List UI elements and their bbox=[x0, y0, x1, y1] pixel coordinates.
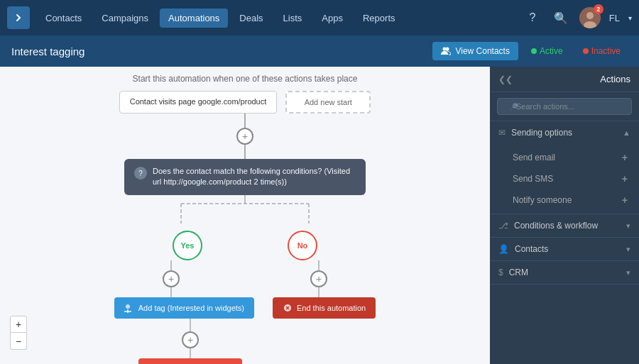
conditions-toggle-icon: ▾ bbox=[626, 221, 630, 231]
start-box-add[interactable]: Add new start bbox=[285, 91, 371, 114]
crm-icon: $ bbox=[498, 268, 503, 277]
send-sms-add-icon: + bbox=[622, 173, 628, 184]
notify-add-icon: + bbox=[622, 194, 628, 206]
inactive-dot bbox=[583, 48, 589, 54]
condition-question-icon: ? bbox=[134, 167, 147, 180]
add-tag-label: Add tag (Interested in widgets) bbox=[138, 304, 244, 312]
svg-rect-15 bbox=[124, 311, 131, 312]
send-sms-label: Send SMS bbox=[513, 174, 553, 184]
nav-deals[interactable]: Deals bbox=[231, 9, 271, 28]
sidebar-item-send-email[interactable]: Send email + bbox=[490, 147, 639, 168]
canvas-area[interactable]: Start this automation when one of these … bbox=[0, 67, 490, 364]
sidebar-section-contacts-label: Contacts bbox=[515, 244, 548, 254]
notification-badge: 2 bbox=[594, 4, 604, 14]
sidebar-section-conditions-header[interactable]: ⎇ Conditions & workflow ▾ bbox=[490, 214, 639, 237]
sub-header: Interest tagging View Contacts Active In… bbox=[0, 35, 639, 67]
nav-reports[interactable]: Reports bbox=[354, 9, 404, 28]
add-tag-button[interactable]: Add tag (Interested in widgets) bbox=[114, 297, 254, 319]
yes-branch[interactable]: Yes bbox=[173, 231, 202, 260]
end-automation2-button[interactable]: End this automation bbox=[138, 358, 241, 364]
start-boxes: Contact visits page google.com/product A… bbox=[119, 91, 371, 114]
page-title: Interest tagging bbox=[11, 45, 84, 57]
main-layout: Start this automation when one of these … bbox=[0, 67, 639, 364]
zoom-out-btn[interactable]: − bbox=[10, 333, 27, 350]
zoom-in-btn[interactable]: + bbox=[10, 316, 27, 333]
start-box-visit[interactable]: Contact visits page google.com/product bbox=[119, 91, 278, 114]
view-contacts-label: View Contacts bbox=[455, 46, 509, 56]
sidebar-header: ❮❮ Actions bbox=[490, 67, 639, 92]
branch-connectors: + + bbox=[129, 260, 361, 297]
nav-lists[interactable]: Lists bbox=[275, 9, 311, 28]
help-icon[interactable]: ? bbox=[523, 8, 542, 28]
bottom-connector: + bbox=[182, 319, 199, 358]
flow-container: Start this automation when one of these … bbox=[0, 67, 490, 364]
add-btn-no[interactable]: + bbox=[310, 270, 327, 287]
sidebar-section-sending-label: Sending options bbox=[511, 128, 572, 138]
sidebar-item-notify[interactable]: Notify someone + bbox=[490, 189, 639, 211]
add-btn-bottom[interactable]: + bbox=[182, 331, 199, 348]
sidebar-section-conditions: ⎇ Conditions & workflow ▾ bbox=[490, 214, 639, 238]
status-inactive-badge[interactable]: Inactive bbox=[576, 43, 628, 59]
nav-right: ? 🔍 2 FL ▾ bbox=[523, 7, 632, 28]
sidebar-section-conditions-label: Conditions & workflow bbox=[514, 221, 598, 231]
search-icon-wrap bbox=[497, 98, 632, 115]
conditions-icon: ⎇ bbox=[498, 221, 508, 231]
condition-box[interactable]: ? Does the contact match the following c… bbox=[124, 159, 366, 195]
sidebar-section-contacts-header[interactable]: 👤 Contacts ▾ bbox=[490, 238, 639, 260]
sidebar-section-crm-label: CRM bbox=[509, 268, 528, 277]
sidebar-section-title-row-contacts: 👤 Contacts bbox=[498, 244, 548, 254]
svg-point-13 bbox=[126, 304, 130, 309]
user-chevron-icon: ▾ bbox=[628, 14, 632, 22]
add-btn-yes[interactable]: + bbox=[163, 270, 180, 287]
line-1 bbox=[244, 114, 246, 128]
inactive-label: Inactive bbox=[591, 46, 621, 56]
line-2 bbox=[244, 145, 246, 159]
zoom-controls: + − bbox=[10, 316, 27, 350]
yes-connector: + bbox=[129, 260, 214, 297]
status-active-badge[interactable]: Active bbox=[524, 43, 570, 59]
sidebar-section-title-row-crm: $ CRM bbox=[498, 268, 528, 277]
sidebar-title: Actions bbox=[600, 74, 630, 84]
user-label[interactable]: FL bbox=[609, 13, 620, 23]
top-nav: Contacts Campaigns Automations Deals Lis… bbox=[0, 0, 639, 35]
right-sidebar: ❮❮ Actions ✉ Sending options ▲ Send emai… bbox=[490, 67, 639, 364]
sidebar-search bbox=[490, 92, 639, 121]
nav-apps[interactable]: Apps bbox=[313, 9, 351, 28]
active-label: Active bbox=[540, 46, 563, 56]
sending-toggle-icon: ▲ bbox=[623, 128, 630, 137]
sidebar-section-title-row-conditions: ⎇ Conditions & workflow bbox=[498, 221, 598, 231]
contacts-section-icon: 👤 bbox=[498, 244, 509, 254]
sub-header-right: View Contacts Active Inactive bbox=[432, 42, 628, 60]
connector-1: + bbox=[236, 114, 253, 159]
sending-icon: ✉ bbox=[498, 128, 506, 138]
sidebar-section-sending: ✉ Sending options ▲ Send email + Send SM… bbox=[490, 121, 639, 214]
nav-contacts[interactable]: Contacts bbox=[37, 9, 90, 28]
contacts-toggle-icon: ▾ bbox=[626, 245, 630, 254]
nav-campaigns[interactable]: Campaigns bbox=[93, 9, 157, 28]
sidebar-section-crm: $ CRM ▾ bbox=[490, 261, 639, 285]
add-btn-1[interactable]: + bbox=[236, 128, 253, 145]
flow-header-text: Start this automation when one of these … bbox=[133, 74, 358, 84]
view-contacts-button[interactable]: View Contacts bbox=[432, 42, 518, 60]
sidebar-section-sending-header[interactable]: ✉ Sending options ▲ bbox=[490, 121, 639, 144]
condition-text: Does the contact match the following con… bbox=[153, 166, 356, 188]
notify-label: Notify someone bbox=[513, 195, 572, 205]
sidebar-collapse-btn[interactable]: ❮❮ bbox=[498, 75, 513, 84]
send-email-add-icon: + bbox=[622, 152, 628, 163]
yes-no-row: Yes No bbox=[173, 231, 317, 260]
svg-point-4 bbox=[446, 48, 449, 51]
search-icon[interactable]: 🔍 bbox=[551, 8, 571, 28]
nav-collapse-btn[interactable] bbox=[7, 6, 30, 29]
end-automation2-wrapper: End this automation bbox=[138, 358, 241, 364]
nav-automations[interactable]: Automations bbox=[160, 9, 228, 28]
no-connector: + bbox=[276, 260, 361, 297]
no-branch[interactable]: No bbox=[288, 231, 317, 260]
search-input[interactable] bbox=[497, 98, 632, 115]
end-automation-button[interactable]: End this automation bbox=[273, 297, 376, 319]
sidebar-section-title-row-sending: ✉ Sending options bbox=[498, 128, 572, 138]
sidebar-item-send-sms[interactable]: Send SMS + bbox=[490, 168, 639, 189]
nav-items: Contacts Campaigns Automations Deals Lis… bbox=[37, 9, 523, 28]
sidebar-section-crm-header[interactable]: $ CRM ▾ bbox=[490, 261, 639, 284]
avatar-wrapper[interactable]: 2 bbox=[579, 7, 601, 28]
crm-toggle-icon: ▾ bbox=[626, 268, 630, 277]
